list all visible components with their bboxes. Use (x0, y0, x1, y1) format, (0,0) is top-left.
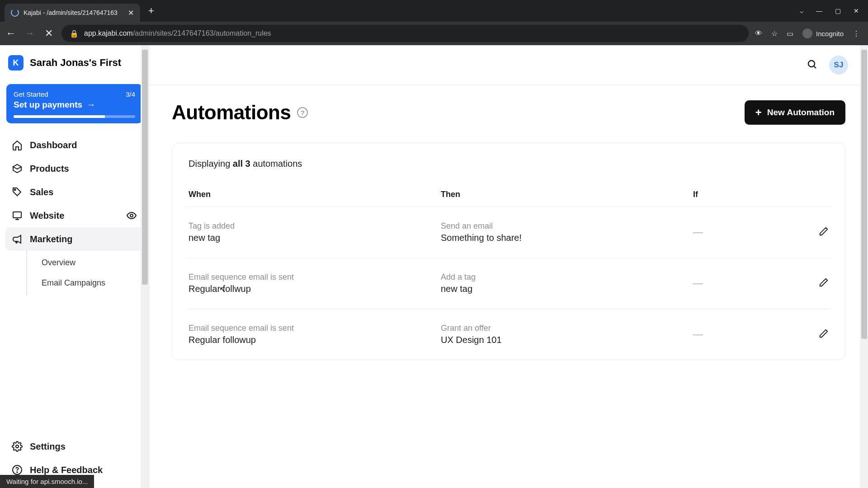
col-if: If (693, 190, 793, 199)
close-window-icon[interactable]: ✕ (854, 7, 859, 14)
col-then: Then (441, 190, 693, 199)
then-value: Something to share! (441, 233, 693, 243)
chevron-down-icon[interactable]: ⌵ (800, 7, 803, 14)
sidebar-item-settings[interactable]: Settings (5, 435, 143, 458)
loading-spinner-icon (11, 9, 19, 17)
bookmark-icon[interactable]: ☆ (771, 29, 778, 38)
page-scrollbar[interactable] (860, 45, 868, 488)
close-icon[interactable]: ✕ (128, 9, 134, 17)
svg-point-3 (16, 445, 19, 448)
maximize-icon[interactable]: ▢ (835, 7, 841, 14)
sidebar-item-website[interactable]: Website (5, 204, 143, 227)
table-row[interactable]: Email sequence email is sent Regular fol… (186, 258, 831, 309)
then-value: new tag (441, 284, 693, 294)
lock-icon: 🔒 (70, 29, 79, 38)
question-icon[interactable]: ? (297, 107, 308, 118)
if-value: — (693, 226, 793, 238)
incognito-label: Incognito (816, 30, 844, 38)
then-label: Send an email (441, 221, 693, 231)
edit-icon[interactable] (819, 277, 829, 289)
minimize-icon[interactable]: — (816, 7, 822, 14)
site-name: Sarah Jonas's First (30, 57, 121, 69)
edit-icon[interactable] (819, 328, 829, 340)
incognito-icon (802, 28, 812, 38)
sidebar-item-sales[interactable]: Sales (5, 180, 143, 204)
avatar[interactable]: SJ (829, 56, 848, 75)
sidebar: K Sarah Jonas's First Get Started 3/4 Se… (0, 45, 149, 488)
sidebar-scrollbar[interactable] (141, 45, 149, 488)
get-started-action: Set up payments (14, 100, 82, 110)
tag-icon (12, 187, 23, 197)
brand-header[interactable]: K Sarah Jonas's First (0, 45, 149, 80)
svg-point-6 (808, 61, 815, 67)
then-value: UX Design 101 (441, 335, 693, 345)
browser-tab[interactable]: Kajabi - /admin/sites/2147647163 ✕ (5, 4, 140, 22)
displaying-text: Displaying all 3 automations (186, 159, 831, 183)
table-header: When Then If (186, 183, 831, 207)
new-tab-button[interactable]: + (148, 5, 154, 17)
displaying-suffix: automations (250, 159, 302, 169)
when-value: new tag (189, 233, 441, 243)
url-host: app.kajabi.com (84, 29, 133, 37)
sidebar-item-label: Dashboard (30, 140, 77, 150)
sidebar-item-products[interactable]: Products (5, 157, 143, 180)
panel-icon[interactable]: ▭ (787, 29, 793, 38)
kajabi-logo-icon: K (8, 55, 24, 70)
help-icon (12, 465, 23, 475)
displaying-count: all 3 (233, 159, 250, 169)
address-bar[interactable]: 🔒 app.kajabi.com/admin/sites/2147647163/… (61, 25, 749, 42)
edit-icon[interactable] (819, 226, 829, 238)
subnav-overview[interactable]: Overview (37, 253, 143, 273)
arrow-right-icon: → (87, 100, 95, 110)
sidebar-item-label: Website (30, 211, 64, 221)
forward-button[interactable]: → (24, 28, 36, 39)
back-button[interactable]: ← (5, 28, 17, 39)
svg-rect-1 (13, 212, 21, 218)
url-path: /admin/sites/2147647163/automation_rules (133, 29, 271, 37)
when-value: Regular follwup (189, 284, 441, 294)
status-bar: Waiting for api.smooch.io... (0, 475, 94, 488)
gear-icon (12, 441, 23, 452)
svg-point-5 (17, 472, 18, 473)
tab-title: Kajabi - /admin/sites/2147647163 (24, 9, 123, 16)
subnav-email-campaigns[interactable]: Email Campaigns (37, 273, 143, 293)
kebab-menu-icon[interactable]: ⋮ (853, 29, 860, 38)
when-label: Tag is added (189, 221, 441, 231)
get-started-label: Get Started (14, 90, 48, 98)
new-automation-button[interactable]: + New Automation (745, 100, 845, 125)
get-started-card[interactable]: Get Started 3/4 Set up payments → (6, 84, 142, 123)
sidebar-item-label: Help & Feedback (30, 465, 103, 475)
page-title: Automations (172, 101, 291, 124)
incognito-indicator[interactable]: Incognito (802, 28, 844, 38)
sidebar-item-label: Marketing (30, 234, 72, 244)
if-value: — (693, 328, 793, 340)
progress-bar (14, 115, 135, 118)
stop-reload-button[interactable]: ✕ (42, 28, 55, 39)
when-label: Email sequence email is sent (189, 324, 441, 333)
eye-off-icon[interactable]: 👁 (755, 29, 762, 38)
sidebar-item-label: Products (30, 164, 69, 174)
get-started-progress-text: 3/4 (126, 90, 135, 98)
browser-tab-strip: Kajabi - /admin/sites/2147647163 ✕ + ⌵ —… (0, 0, 868, 22)
window-controls: ⌵ — ▢ ✕ (800, 7, 868, 14)
table-row[interactable]: Email sequence email is sent Regular fol… (186, 309, 831, 360)
search-icon[interactable] (807, 59, 817, 71)
browser-toolbar: ← → ✕ 🔒 app.kajabi.com/admin/sites/21476… (0, 22, 868, 45)
sidebar-item-marketing[interactable]: Marketing (5, 227, 143, 251)
topbar: SJ (149, 45, 868, 85)
automations-card: Displaying all 3 automations When Then I… (172, 143, 845, 360)
new-automation-label: New Automation (767, 108, 835, 117)
svg-point-2 (130, 214, 133, 217)
if-value: — (693, 277, 793, 289)
megaphone-icon (12, 234, 23, 244)
displaying-prefix: Displaying (189, 159, 233, 169)
sidebar-item-dashboard[interactable]: Dashboard (5, 133, 143, 157)
marketing-subnav: Overview Email Campaigns (26, 251, 143, 295)
box-icon (12, 163, 23, 174)
when-label: Email sequence email is sent (189, 272, 441, 282)
svg-point-0 (14, 189, 16, 191)
table-row[interactable]: Tag is added new tag Send an email Somet… (186, 207, 831, 258)
sidebar-item-label: Settings (30, 441, 66, 452)
eye-icon[interactable] (126, 210, 137, 221)
col-when: When (189, 190, 441, 199)
